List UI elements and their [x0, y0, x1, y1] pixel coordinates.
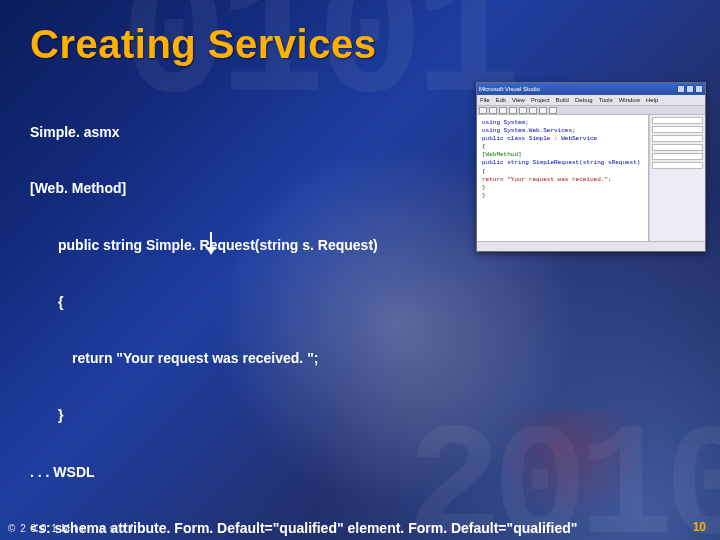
page-number: 10: [693, 520, 706, 534]
editor-line: return "Your request was received.";: [482, 176, 643, 184]
copyright: © 2 0 0 1 M i c r o s o f t: [8, 523, 141, 534]
toolbar-button-icon: [529, 107, 537, 114]
code-line: return "Your request was received. ";: [30, 349, 690, 368]
menu-item: Build: [556, 97, 569, 103]
panel-row: [652, 135, 703, 142]
toolbar-button-icon: [489, 107, 497, 114]
ide-editor: using System; using System.Web.Services;…: [477, 115, 649, 241]
editor-line: [WebMethod]: [482, 151, 643, 159]
ide-title: Microsoft Visual Studio: [479, 86, 540, 92]
toolbar-button-icon: [539, 107, 547, 114]
slide-title: Creating Services: [30, 22, 690, 67]
window-buttons: [677, 85, 703, 93]
ide-toolbar: [477, 105, 705, 115]
editor-line: using System;: [482, 119, 643, 127]
ide-menubar: File Edit View Project Build Debug Tools…: [477, 95, 705, 105]
editor-line: public string SimpleRequest(string sRequ…: [482, 159, 643, 167]
toolbar-button-icon: [479, 107, 487, 114]
editor-line: }: [482, 192, 643, 200]
menu-item: Help: [646, 97, 658, 103]
menu-item: Debug: [575, 97, 593, 103]
code-line: }: [30, 406, 690, 425]
code-line: . . . WSDL: [30, 463, 690, 482]
panel-row: [652, 144, 703, 151]
menu-item: File: [480, 97, 490, 103]
ide-titlebar: Microsoft Visual Studio: [477, 83, 705, 95]
panel-row: [652, 153, 703, 160]
ide-body: using System; using System.Web.Services;…: [477, 115, 705, 241]
arrow-down-icon: [210, 232, 212, 254]
editor-line: {: [482, 168, 643, 176]
maximize-icon: [686, 85, 694, 93]
toolbar-button-icon: [499, 107, 507, 114]
ide-screenshot: Microsoft Visual Studio File Edit View P…: [476, 82, 706, 252]
ide-statusbar: [477, 241, 705, 251]
ide-side-panel: [649, 115, 705, 241]
editor-line: public class Simple : WebService: [482, 135, 643, 143]
footer: © 2 0 0 1 M i c r o s o f t 10: [0, 520, 720, 534]
panel-row: [652, 162, 703, 169]
menu-item: Tools: [599, 97, 613, 103]
panel-row: [652, 126, 703, 133]
minimize-icon: [677, 85, 685, 93]
code-line: {: [30, 293, 690, 312]
menu-item: View: [512, 97, 525, 103]
toolbar-button-icon: [509, 107, 517, 114]
close-icon: [695, 85, 703, 93]
slide: Creating Services Simple. asmx [Web. Met…: [0, 0, 720, 540]
menu-item: Project: [531, 97, 550, 103]
editor-line: using System.Web.Services;: [482, 127, 643, 135]
editor-line: }: [482, 184, 643, 192]
panel-row: [652, 117, 703, 124]
menu-item: Edit: [496, 97, 506, 103]
toolbar-button-icon: [549, 107, 557, 114]
menu-item: Window: [619, 97, 640, 103]
editor-line: {: [482, 143, 643, 151]
toolbar-button-icon: [519, 107, 527, 114]
